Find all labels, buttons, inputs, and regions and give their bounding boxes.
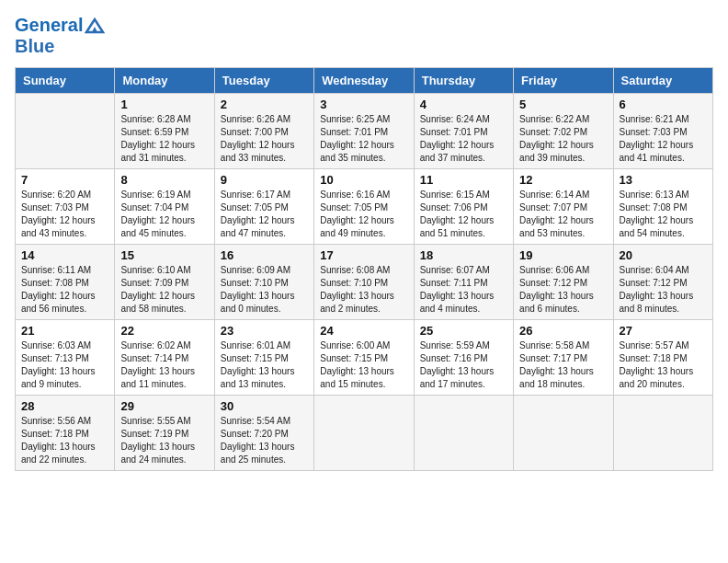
- weekday-header-wednesday: Wednesday: [314, 67, 414, 93]
- day-number: 14: [21, 248, 108, 262]
- day-info: Sunrise: 6:00 AMSunset: 7:15 PMDaylight:…: [320, 339, 407, 391]
- day-info: Sunrise: 6:07 AMSunset: 7:11 PMDaylight:…: [420, 264, 507, 316]
- calendar-cell: 3Sunrise: 6:25 AMSunset: 7:01 PMDaylight…: [314, 93, 414, 168]
- calendar-cell: 25Sunrise: 5:59 AMSunset: 7:16 PMDayligh…: [414, 319, 513, 395]
- weekday-header-saturday: Saturday: [613, 67, 712, 93]
- day-number: 16: [221, 248, 308, 262]
- calendar-cell: 2Sunrise: 6:26 AMSunset: 7:00 PMDaylight…: [214, 93, 313, 168]
- weekday-header-monday: Monday: [115, 67, 214, 93]
- day-number: 19: [519, 248, 607, 262]
- calendar-cell: 11Sunrise: 6:15 AMSunset: 7:06 PMDayligh…: [414, 168, 513, 244]
- calendar-cell: [514, 395, 613, 470]
- calendar-cell: 23Sunrise: 6:01 AMSunset: 7:15 PMDayligh…: [214, 319, 313, 395]
- day-info: Sunrise: 5:55 AMSunset: 7:19 PMDaylight:…: [120, 415, 208, 466]
- day-number: 21: [21, 324, 108, 338]
- day-number: 27: [620, 324, 707, 338]
- calendar-cell: 9Sunrise: 6:17 AMSunset: 7:05 PMDaylight…: [214, 168, 313, 244]
- day-info: Sunrise: 6:21 AMSunset: 7:03 PMDaylight:…: [620, 113, 707, 165]
- calendar-cell: 8Sunrise: 6:19 AMSunset: 7:04 PMDaylight…: [115, 168, 214, 244]
- calendar-cell: 26Sunrise: 5:58 AMSunset: 7:17 PMDayligh…: [514, 319, 613, 395]
- day-number: 18: [420, 248, 507, 262]
- day-number: 13: [620, 173, 707, 187]
- calendar-cell: 20Sunrise: 6:04 AMSunset: 7:12 PMDayligh…: [613, 244, 712, 319]
- day-number: 22: [120, 324, 208, 338]
- day-number: 4: [420, 98, 507, 111]
- day-number: 30: [221, 399, 308, 413]
- page-header: General Blue: [15, 15, 713, 56]
- calendar-cell: 13Sunrise: 6:13 AMSunset: 7:08 PMDayligh…: [613, 168, 712, 244]
- calendar-cell: [314, 395, 414, 470]
- calendar-cell: [16, 93, 115, 168]
- day-number: 5: [519, 98, 607, 111]
- calendar-cell: 14Sunrise: 6:11 AMSunset: 7:08 PMDayligh…: [16, 244, 115, 319]
- calendar-cell: 6Sunrise: 6:21 AMSunset: 7:03 PMDaylight…: [613, 93, 712, 168]
- logo: General Blue: [15, 15, 105, 56]
- day-info: Sunrise: 6:11 AMSunset: 7:08 PMDaylight:…: [21, 264, 108, 316]
- calendar-cell: 15Sunrise: 6:10 AMSunset: 7:09 PMDayligh…: [115, 244, 214, 319]
- calendar-cell: 7Sunrise: 6:20 AMSunset: 7:03 PMDaylight…: [16, 168, 115, 244]
- day-info: Sunrise: 6:08 AMSunset: 7:10 PMDaylight:…: [320, 264, 407, 316]
- day-info: Sunrise: 6:28 AMSunset: 6:59 PMDaylight:…: [120, 113, 208, 165]
- day-info: Sunrise: 6:16 AMSunset: 7:05 PMDaylight:…: [320, 189, 407, 240]
- day-info: Sunrise: 6:04 AMSunset: 7:12 PMDaylight:…: [620, 264, 707, 316]
- day-number: 26: [519, 324, 607, 338]
- weekday-header-sunday: Sunday: [16, 67, 115, 93]
- day-number: 10: [320, 173, 407, 187]
- day-number: 6: [620, 98, 707, 111]
- calendar-cell: 28Sunrise: 5:56 AMSunset: 7:18 PMDayligh…: [16, 395, 115, 470]
- calendar-cell: 29Sunrise: 5:55 AMSunset: 7:19 PMDayligh…: [115, 395, 214, 470]
- day-info: Sunrise: 6:25 AMSunset: 7:01 PMDaylight:…: [320, 113, 407, 165]
- day-number: 17: [320, 248, 407, 262]
- day-info: Sunrise: 5:59 AMSunset: 7:16 PMDaylight:…: [420, 339, 507, 391]
- day-number: 23: [221, 324, 308, 338]
- calendar-cell: 30Sunrise: 5:54 AMSunset: 7:20 PMDayligh…: [214, 395, 313, 470]
- calendar-cell: 27Sunrise: 5:57 AMSunset: 7:18 PMDayligh…: [613, 319, 712, 395]
- calendar-cell: 22Sunrise: 6:02 AMSunset: 7:14 PMDayligh…: [115, 319, 214, 395]
- day-info: Sunrise: 5:56 AMSunset: 7:18 PMDaylight:…: [21, 415, 108, 466]
- calendar-cell: 10Sunrise: 6:16 AMSunset: 7:05 PMDayligh…: [314, 168, 414, 244]
- calendar-cell: 17Sunrise: 6:08 AMSunset: 7:10 PMDayligh…: [314, 244, 414, 319]
- day-info: Sunrise: 5:54 AMSunset: 7:20 PMDaylight:…: [221, 415, 308, 466]
- day-number: 8: [120, 173, 208, 187]
- calendar-cell: [613, 395, 712, 470]
- calendar-cell: [414, 395, 513, 470]
- day-number: 3: [320, 98, 407, 111]
- day-info: Sunrise: 6:15 AMSunset: 7:06 PMDaylight:…: [420, 189, 507, 240]
- day-number: 1: [120, 98, 208, 111]
- day-info: Sunrise: 6:03 AMSunset: 7:13 PMDaylight:…: [21, 339, 108, 391]
- logo-text: General Blue: [15, 15, 105, 56]
- calendar-cell: 16Sunrise: 6:09 AMSunset: 7:10 PMDayligh…: [214, 244, 313, 319]
- weekday-header-friday: Friday: [514, 67, 613, 93]
- day-number: 7: [21, 173, 108, 187]
- calendar-cell: 12Sunrise: 6:14 AMSunset: 7:07 PMDayligh…: [514, 168, 613, 244]
- day-info: Sunrise: 6:06 AMSunset: 7:12 PMDaylight:…: [519, 264, 607, 316]
- calendar-cell: 4Sunrise: 6:24 AMSunset: 7:01 PMDaylight…: [414, 93, 513, 168]
- day-number: 12: [519, 173, 607, 187]
- day-info: Sunrise: 6:19 AMSunset: 7:04 PMDaylight:…: [120, 189, 208, 240]
- weekday-header-tuesday: Tuesday: [214, 67, 313, 93]
- day-info: Sunrise: 6:20 AMSunset: 7:03 PMDaylight:…: [21, 189, 108, 240]
- day-number: 28: [21, 399, 108, 413]
- day-info: Sunrise: 5:58 AMSunset: 7:17 PMDaylight:…: [519, 339, 607, 391]
- calendar-cell: 18Sunrise: 6:07 AMSunset: 7:11 PMDayligh…: [414, 244, 513, 319]
- day-number: 20: [620, 248, 707, 262]
- day-info: Sunrise: 5:57 AMSunset: 7:18 PMDaylight:…: [620, 339, 707, 391]
- calendar-cell: 19Sunrise: 6:06 AMSunset: 7:12 PMDayligh…: [514, 244, 613, 319]
- day-number: 24: [320, 324, 407, 338]
- day-info: Sunrise: 6:09 AMSunset: 7:10 PMDaylight:…: [221, 264, 308, 316]
- calendar-cell: 1Sunrise: 6:28 AMSunset: 6:59 PMDaylight…: [115, 93, 214, 168]
- day-info: Sunrise: 6:10 AMSunset: 7:09 PMDaylight:…: [120, 264, 208, 316]
- calendar-cell: 24Sunrise: 6:00 AMSunset: 7:15 PMDayligh…: [314, 319, 414, 395]
- day-info: Sunrise: 6:22 AMSunset: 7:02 PMDaylight:…: [519, 113, 607, 165]
- day-number: 9: [221, 173, 308, 187]
- day-info: Sunrise: 6:24 AMSunset: 7:01 PMDaylight:…: [420, 113, 507, 165]
- day-number: 15: [120, 248, 208, 262]
- calendar-cell: 21Sunrise: 6:03 AMSunset: 7:13 PMDayligh…: [16, 319, 115, 395]
- day-info: Sunrise: 6:26 AMSunset: 7:00 PMDaylight:…: [221, 113, 308, 165]
- day-info: Sunrise: 6:17 AMSunset: 7:05 PMDaylight:…: [221, 189, 308, 240]
- day-number: 11: [420, 173, 507, 187]
- svg-marker-1: [92, 27, 97, 32]
- day-number: 2: [221, 98, 308, 111]
- day-info: Sunrise: 6:02 AMSunset: 7:14 PMDaylight:…: [120, 339, 208, 391]
- day-info: Sunrise: 6:14 AMSunset: 7:07 PMDaylight:…: [519, 189, 607, 240]
